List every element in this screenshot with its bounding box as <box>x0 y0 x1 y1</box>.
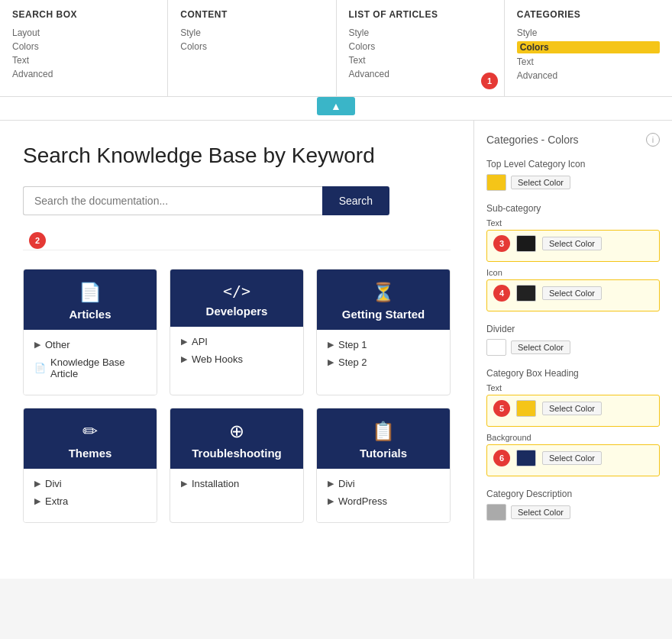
panel-title-text: Categories - Colors <box>486 134 579 146</box>
troubleshooting-icon: ⊕ <box>178 421 296 442</box>
search-box-colors[interactable]: Colors <box>12 41 155 52</box>
category-box-bg-swatch <box>516 450 536 466</box>
troubleshooting-name: Troubleshooting <box>178 447 296 460</box>
item-label[interactable]: API <box>192 336 208 347</box>
list-item: ▶ Step 1 <box>328 339 439 350</box>
categories-style[interactable]: Style <box>517 27 660 38</box>
troubleshooting-items: ▶ Installation <box>170 469 303 505</box>
list-item: ▶ Step 2 <box>328 357 439 368</box>
info-icon[interactable]: i <box>646 133 660 147</box>
item-label[interactable]: Web Hooks <box>192 353 243 365</box>
sub-category-icon-select-color[interactable]: Select Color <box>542 286 602 300</box>
item-label[interactable]: Divi <box>338 478 355 489</box>
category-description-swatch <box>486 504 506 521</box>
panel-section-top-level-icon: Top Level Category Icon Select Color <box>486 159 660 191</box>
top-section-content: CONTENT Style Colors <box>168 0 336 96</box>
category-header-tutorials: 📋 Tutorials <box>317 408 450 469</box>
category-description-select-color[interactable]: Select Color <box>511 505 570 519</box>
sub-category-icon-swatch <box>516 285 536 302</box>
collapse-button[interactable]: ▲ <box>317 97 355 115</box>
badge-3: 3 <box>493 235 510 252</box>
list-articles-text[interactable]: Text <box>349 55 492 66</box>
search-box-advanced[interactable]: Advanced <box>12 69 155 79</box>
articles-icon: 📄 <box>31 282 149 303</box>
divider-color-row: Select Color <box>486 339 660 356</box>
sub-category-icon-label: Icon <box>486 268 660 277</box>
list-articles-advanced[interactable]: Advanced <box>349 69 492 79</box>
preview-area: Search Knowledge Base by Keyword Search … <box>0 121 473 579</box>
sub-category-text-swatch <box>516 235 536 252</box>
themes-icon: ✏ <box>31 421 149 442</box>
getting-started-items: ▶ Step 1 ▶ Step 2 <box>317 330 450 383</box>
category-box-text-label: Text <box>486 383 660 392</box>
top-section-search-box: SEARCH BOX Layout Colors Text Advanced <box>0 0 168 96</box>
badge-5: 5 <box>493 400 510 417</box>
content-style[interactable]: Style <box>180 27 323 38</box>
arrow-icon: ▶ <box>328 340 334 350</box>
content-colors[interactable]: Colors <box>180 41 323 52</box>
section-divider <box>23 250 451 250</box>
content-title: CONTENT <box>180 9 323 20</box>
categories-colors[interactable]: Colors <box>517 41 660 53</box>
badge-6: 6 <box>493 450 510 466</box>
panel-section-sub-category: Sub-category Text 3 Select Color Icon 4 <box>486 203 660 311</box>
item-label[interactable]: Extra <box>45 495 68 507</box>
kb-title: Search Knowledge Base by Keyword <box>23 144 451 168</box>
tutorials-name: Tutorials <box>325 447 442 460</box>
categories-title: CATEGORIES <box>517 9 660 20</box>
category-card-themes: ✏ Themes ▶ Divi ▶ Extra <box>23 408 157 523</box>
arrow-icon: ▶ <box>34 496 40 506</box>
tutorials-icon: 📋 <box>325 421 442 442</box>
themes-name: Themes <box>31 447 149 460</box>
category-description-color-row: Select Color <box>486 504 660 521</box>
top-level-icon-swatch <box>486 174 506 191</box>
doc-icon: 📄 <box>34 363 46 373</box>
list-item: ▶ Installation <box>181 478 292 489</box>
category-box-text-swatch <box>516 400 536 417</box>
list-item: ▶ Web Hooks <box>181 353 292 365</box>
badge-row-5: 5 Select Color <box>493 400 653 417</box>
list-articles-colors[interactable]: Colors <box>349 41 492 52</box>
category-box-bg-highlighted: 6 Select Color <box>486 444 660 476</box>
top-level-icon-select-color[interactable]: Select Color <box>511 176 570 189</box>
category-box-bg-select-color[interactable]: Select Color <box>542 451 602 465</box>
top-section-list-of-articles: LIST OF ARTICLES Style Colors Text Advan… <box>337 0 505 96</box>
articles-name: Articles <box>31 308 149 321</box>
panel-section-category-description: Category Description Select Color <box>486 489 660 521</box>
category-header-articles: 📄 Articles <box>24 269 157 330</box>
search-box-layout[interactable]: Layout <box>12 27 155 38</box>
category-box-heading-label: Category Box Heading <box>486 368 660 379</box>
category-box-text-select-color[interactable]: Select Color <box>542 402 602 415</box>
categories-text[interactable]: Text <box>517 56 660 67</box>
list-item: 📄 Knowledge Base Article <box>34 357 146 379</box>
item-label[interactable]: Divi <box>45 478 62 489</box>
badge-row-6: 6 Select Color <box>493 450 653 466</box>
divider-select-color[interactable]: Select Color <box>511 340 570 354</box>
sub-category-text-select-color[interactable]: Select Color <box>542 237 602 250</box>
item-label[interactable]: Step 2 <box>338 357 367 368</box>
arrow-icon: ▶ <box>34 340 40 350</box>
top-section-categories: CATEGORIES Style Colors Text Advanced <box>505 0 672 96</box>
category-box-text-highlighted: 5 Select Color <box>486 395 660 427</box>
category-header-developers: </> Developers <box>170 269 303 327</box>
item-label[interactable]: Step 1 <box>338 339 367 350</box>
tutorials-items: ▶ Divi ▶ WordPress <box>317 469 450 522</box>
item-label[interactable]: Installation <box>192 478 239 489</box>
getting-started-icon: ⏳ <box>325 282 442 303</box>
search-input[interactable] <box>23 186 322 215</box>
articles-items: ▶ Other 📄 Knowledge Base Article <box>24 330 157 395</box>
list-item: ▶ Extra <box>34 495 146 507</box>
arrow-icon: ▶ <box>328 496 334 506</box>
categories-advanced[interactable]: Advanced <box>517 70 660 81</box>
item-label[interactable]: Other <box>45 339 70 350</box>
search-button[interactable]: Search <box>322 186 389 215</box>
category-grid: 📄 Articles ▶ Other 📄 Knowledge Base Arti… <box>23 269 451 523</box>
search-box-text[interactable]: Text <box>12 55 155 66</box>
panel-title: Categories - Colors i <box>486 133 660 147</box>
list-articles-title: LIST OF ARTICLES <box>349 9 492 20</box>
item-label[interactable]: WordPress <box>338 495 387 507</box>
list-articles-style[interactable]: Style <box>349 27 492 38</box>
category-header-troubleshooting: ⊕ Troubleshooting <box>170 408 303 469</box>
arrow-icon: ▶ <box>181 337 187 347</box>
item-label[interactable]: Knowledge Base Article <box>50 357 146 379</box>
